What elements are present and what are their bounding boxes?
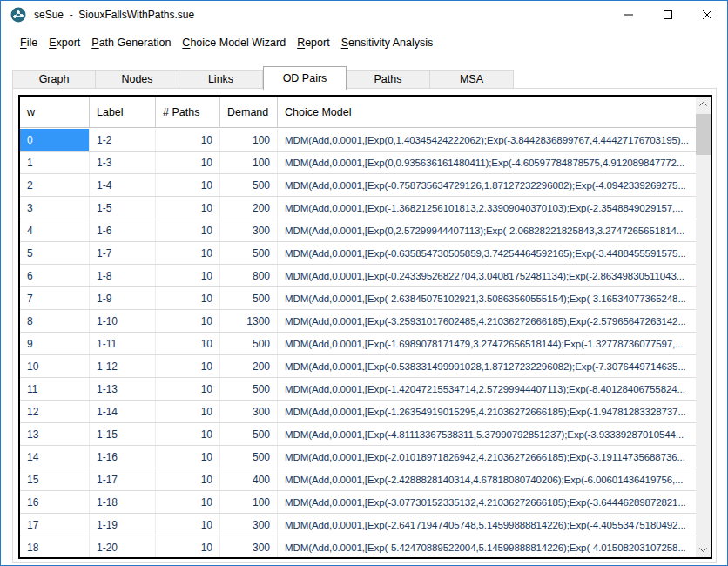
column-header-w[interactable]: w <box>20 97 90 127</box>
cell-w[interactable]: 8 <box>20 310 90 332</box>
cell-label[interactable]: 1-6 <box>90 219 156 241</box>
cell-paths[interactable]: 10 <box>156 401 220 422</box>
cell-w[interactable]: 2 <box>20 174 90 196</box>
tab-nodes[interactable]: Nodes <box>96 70 179 89</box>
menu-item-choice-model-wizard[interactable]: Choice Model Wizard <box>182 37 286 49</box>
cell-label[interactable]: 1-19 <box>90 514 156 536</box>
menu-item-sensitivity-analysis[interactable]: Sensitivity Analysis <box>341 37 434 49</box>
cell-label[interactable]: 1-9 <box>90 287 156 309</box>
app-logo-icon[interactable] <box>10 7 26 23</box>
cell-label[interactable]: 1-18 <box>90 491 156 513</box>
cell-w[interactable]: 13 <box>20 423 90 445</box>
cell-demand[interactable]: 300 <box>220 219 278 241</box>
cell-label[interactable]: 1-15 <box>90 423 156 445</box>
cell-label[interactable]: 1-17 <box>90 468 156 490</box>
cell-demand[interactable]: 500 <box>220 287 278 309</box>
cell-model[interactable]: MDM(Add,0.0001,[Exp(-1.6989078171479,3.2… <box>278 333 696 354</box>
cell-paths[interactable]: 10 <box>156 491 220 513</box>
cell-model[interactable]: MDM(Add,0.0001,[Exp(-2.64171947405748,5.… <box>278 514 696 536</box>
cell-demand[interactable]: 100 <box>220 129 278 151</box>
cell-label[interactable]: 1-10 <box>90 310 156 332</box>
cell-model[interactable]: MDM(Add,0.0001,[Exp(-1.26354919015295,4.… <box>278 401 696 422</box>
cell-label[interactable]: 1-4 <box>90 174 156 196</box>
cell-paths[interactable]: 10 <box>156 265 220 286</box>
tab-od-pairs[interactable]: OD Pairs <box>263 66 347 90</box>
cell-paths[interactable]: 10 <box>156 197 220 219</box>
cell-w[interactable]: 5 <box>20 242 90 264</box>
cell-demand[interactable]: 500 <box>220 333 278 354</box>
cell-demand[interactable]: 800 <box>220 265 278 286</box>
cell-w[interactable]: 15 <box>20 468 90 490</box>
scrollbar-thumb[interactable] <box>696 114 711 155</box>
column-header-paths[interactable]: # Paths <box>156 97 220 127</box>
cell-label[interactable]: 1-16 <box>90 446 156 468</box>
cell-paths[interactable]: 10 <box>156 287 220 309</box>
vertical-scrollbar[interactable] <box>696 97 711 557</box>
cell-demand[interactable]: 1300 <box>220 310 278 332</box>
cell-model[interactable]: MDM(Add,0.0001,[Exp(-0.635854730505859,3… <box>278 242 696 264</box>
tab-graph[interactable]: Graph <box>12 70 96 89</box>
column-header-demand[interactable]: Demand <box>220 97 278 127</box>
cell-paths[interactable]: 10 <box>156 129 220 151</box>
cell-demand[interactable]: 500 <box>220 446 278 468</box>
cell-paths[interactable]: 10 <box>156 378 220 400</box>
cell-demand[interactable]: 400 <box>220 468 278 490</box>
cell-w[interactable]: 18 <box>20 536 90 557</box>
cell-demand[interactable]: 300 <box>220 401 278 422</box>
cell-paths[interactable]: 10 <box>156 423 220 445</box>
cell-w[interactable]: 16 <box>20 491 90 513</box>
cell-demand[interactable]: 500 <box>220 242 278 264</box>
cell-demand[interactable]: 500 <box>220 378 278 400</box>
cell-label[interactable]: 1-3 <box>90 152 156 173</box>
cell-demand[interactable]: 300 <box>220 514 278 536</box>
cell-w[interactable]: 12 <box>20 401 90 422</box>
cell-label[interactable]: 1-13 <box>90 378 156 400</box>
cell-w[interactable]: 10 <box>20 355 90 377</box>
cell-paths[interactable]: 10 <box>156 355 220 377</box>
cell-label[interactable]: 1-11 <box>90 333 156 354</box>
cell-w[interactable]: 7 <box>20 287 90 309</box>
cell-w[interactable]: 0 <box>20 129 90 151</box>
tab-links[interactable]: Links <box>179 70 263 89</box>
scroll-up-button[interactable] <box>696 97 711 111</box>
menu-item-export[interactable]: Export <box>49 37 80 49</box>
cell-model[interactable]: MDM(Add,0.0001,[Exp(-1.42047215534714,2.… <box>278 378 696 400</box>
cell-model[interactable]: MDM(Add,0.0001,[Exp(-1.36821256101813,2.… <box>278 197 696 219</box>
cell-label[interactable]: 1-14 <box>90 401 156 422</box>
cell-paths[interactable]: 10 <box>156 174 220 196</box>
menu-item-report[interactable]: Report <box>297 37 330 49</box>
maximize-button[interactable] <box>648 2 687 28</box>
tab-msa[interactable]: MSA <box>430 70 514 89</box>
cell-w[interactable]: 9 <box>20 333 90 354</box>
cell-demand[interactable]: 100 <box>220 152 278 173</box>
menu-item-path-generation[interactable]: Path Generation <box>91 37 171 49</box>
cell-model[interactable]: MDM(Add,0.0001,[Exp(-3.07730152335132,4.… <box>278 491 696 513</box>
cell-model[interactable]: MDM(Add,0.0001,[Exp(-3.25931017602485,4.… <box>278 310 696 332</box>
cell-paths[interactable]: 10 <box>156 333 220 354</box>
cell-model[interactable]: MDM(Add,0.0001,[Exp(0,1.40345424222062);… <box>278 129 696 151</box>
scroll-down-button[interactable] <box>696 542 711 557</box>
column-header-choice-model[interactable]: Choice Model <box>278 97 696 127</box>
cell-paths[interactable]: 10 <box>156 514 220 536</box>
cell-label[interactable]: 1-8 <box>90 265 156 286</box>
cell-label[interactable]: 1-2 <box>90 129 156 151</box>
cell-label[interactable]: 1-12 <box>90 355 156 377</box>
cell-model[interactable]: MDM(Add,0.0001,[Exp(0,2.57299944407113);… <box>278 219 696 241</box>
cell-paths[interactable]: 10 <box>156 536 220 557</box>
cell-w[interactable]: 6 <box>20 265 90 286</box>
cell-model[interactable]: MDM(Add,0.0001,[Exp(-2.63845075102921,3.… <box>278 287 696 309</box>
cell-model[interactable]: MDM(Add,0.0001,[Exp(-4.81113367538311,5.… <box>278 423 696 445</box>
cell-w[interactable]: 11 <box>20 378 90 400</box>
cell-w[interactable]: 4 <box>20 219 90 241</box>
cell-demand[interactable]: 300 <box>220 536 278 557</box>
cell-w[interactable]: 3 <box>20 197 90 219</box>
column-header-label[interactable]: Label <box>90 97 156 127</box>
cell-paths[interactable]: 10 <box>156 242 220 264</box>
cell-demand[interactable]: 200 <box>220 197 278 219</box>
cell-paths[interactable]: 10 <box>156 219 220 241</box>
cell-demand[interactable]: 200 <box>220 355 278 377</box>
cell-paths[interactable]: 10 <box>156 446 220 468</box>
cell-model[interactable]: MDM(Add,0.0001,[Exp(-0.758735634729126,1… <box>278 174 696 196</box>
cell-paths[interactable]: 10 <box>156 468 220 490</box>
cell-label[interactable]: 1-5 <box>90 197 156 219</box>
